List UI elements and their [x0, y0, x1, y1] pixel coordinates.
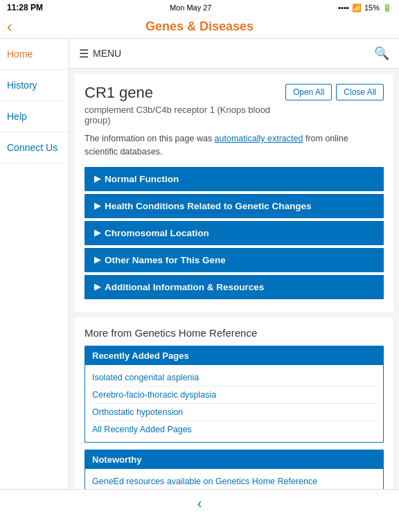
info-box-link[interactable]: GeneEd resources available on Genetics H… [92, 473, 376, 490]
status-time: 11:28 PM [7, 3, 43, 12]
accordion-arrow: ▶ [94, 201, 100, 211]
gene-description: The information on this page was automat… [85, 132, 384, 159]
accordion-arrow: ▶ [94, 282, 100, 292]
battery-pct: 15% [364, 3, 380, 12]
info-box-link[interactable]: Orthostatic hypotension [92, 404, 376, 421]
signal-icon: ▪▪▪▪ [338, 3, 349, 12]
status-right: ▪▪▪▪ 📶 15% 🔋 [338, 3, 392, 12]
accordion-arrow: ▶ [94, 255, 100, 265]
description-prefix: The information on this page was [85, 134, 215, 143]
accordion-item[interactable]: ▶Other Names for This Gene [85, 248, 384, 272]
header-back-button[interactable]: ‹ [7, 18, 12, 36]
info-box-body: GeneEd resources available on Genetics H… [85, 469, 383, 490]
sidebar-item-help[interactable]: Help [0, 101, 69, 132]
hamburger-icon: ☰ [79, 47, 89, 60]
sidebar: HomeHistoryHelpConnect Us [0, 39, 69, 489]
accordion-label: Health Conditions Related to Genetic Cha… [105, 201, 312, 211]
bottom-back-button[interactable]: ‹ [197, 495, 202, 511]
sidebar-item-home[interactable]: Home [0, 39, 69, 70]
info-box: Recently Added PagesIsolated congenital … [85, 346, 384, 443]
accordion-label: Other Names for This Gene [105, 255, 226, 265]
accordion-label: Additional Information & Resources [105, 282, 264, 292]
accordion-arrow: ▶ [94, 228, 100, 238]
gene-card: Open All Close All CR1 gene complement C… [75, 74, 393, 312]
menu-left[interactable]: ☰ MENU [79, 47, 121, 60]
accordion-item[interactable]: ▶Health Conditions Related to Genetic Ch… [85, 194, 384, 218]
gene-subtitle: complement C3b/C4b receptor 1 (Knops blo… [85, 105, 384, 125]
accordion-label: Normal Function [105, 174, 179, 184]
accordion-list: ▶Normal Function▶Health Conditions Relat… [85, 167, 384, 299]
accordion-item[interactable]: ▶Normal Function [85, 167, 384, 191]
description-link[interactable]: automatically extracted [215, 134, 303, 143]
info-box-link[interactable]: Isolated congenital asplenia [92, 369, 376, 387]
open-all-button[interactable]: Open All [285, 84, 332, 100]
close-all-button[interactable]: Close All [336, 84, 384, 100]
info-box-link[interactable]: All Recently Added Pages [92, 421, 376, 438]
sidebar-item-history[interactable]: History [0, 70, 69, 101]
accordion-arrow: ▶ [94, 174, 100, 184]
wifi-icon: 📶 [352, 3, 362, 12]
app-title: Genes & Diseases [145, 19, 254, 33]
more-section-title: More from Genetics Home Reference [85, 327, 384, 339]
battery-icon: 🔋 [382, 3, 392, 12]
more-section: More from Genetics Home Reference Recent… [75, 317, 393, 490]
body-split: HomeHistoryHelpConnect Us ☰ MENU 🔍 Open … [0, 39, 399, 489]
info-box-link[interactable]: Cerebro-facio-thoracic dysplasia [92, 387, 376, 404]
search-icon[interactable]: 🔍 [374, 46, 389, 61]
sidebar-item-connect-us[interactable]: Connect Us [0, 132, 69, 163]
status-bar: 11:28 PM Mon May 27 ▪▪▪▪ 📶 15% 🔋 [0, 0, 399, 15]
accordion-label: Chromosomal Location [105, 228, 209, 238]
accordion-item[interactable]: ▶Chromosomal Location [85, 221, 384, 245]
info-box-body: Isolated congenital aspleniaCerebro-faci… [85, 365, 383, 442]
accordion-item[interactable]: ▶Additional Information & Resources [85, 275, 384, 299]
open-close-buttons: Open All Close All [285, 84, 384, 100]
info-box-header: Recently Added Pages [85, 346, 383, 365]
main-content: ☰ MENU 🔍 Open All Close All CR1 gene com… [69, 39, 399, 489]
info-box: NoteworthyGeneEd resources available on … [85, 450, 384, 490]
menu-label: MENU [93, 48, 121, 59]
app-header: ‹ Genes & Diseases [0, 15, 399, 39]
info-box-header: Noteworthy [85, 450, 383, 469]
status-date: Mon May 27 [170, 3, 212, 12]
bottom-nav: ‹ [0, 489, 399, 517]
menu-bar: ☰ MENU 🔍 [69, 39, 399, 69]
